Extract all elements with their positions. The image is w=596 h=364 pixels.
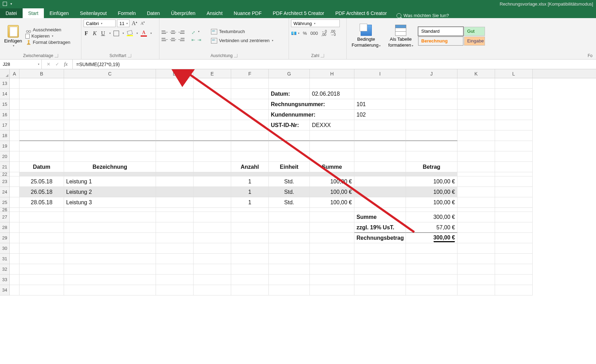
- cell[interactable]: 300,00 €: [406, 233, 457, 243]
- cell[interactable]: [156, 187, 194, 197]
- cell[interactable]: [194, 243, 231, 254]
- row-header-15[interactable]: 15: [0, 99, 10, 110]
- cell[interactable]: [64, 254, 156, 264]
- cell[interactable]: [19, 208, 64, 212]
- cell[interactable]: [495, 275, 533, 285]
- cell[interactable]: [10, 212, 19, 222]
- cell[interactable]: Datum: [19, 162, 64, 172]
- cell[interactable]: [310, 222, 354, 233]
- row-header-24[interactable]: 24: [0, 187, 10, 197]
- cell[interactable]: [457, 151, 495, 162]
- cell[interactable]: [194, 120, 231, 130]
- cell[interactable]: [406, 254, 457, 264]
- cell[interactable]: [310, 172, 354, 176]
- cell[interactable]: [495, 172, 533, 176]
- cell[interactable]: [269, 222, 310, 233]
- cell[interactable]: [10, 222, 19, 233]
- cell[interactable]: [64, 120, 156, 130]
- cell[interactable]: [231, 130, 269, 141]
- cell[interactable]: [10, 99, 19, 110]
- row-header-32[interactable]: 32: [0, 264, 10, 275]
- cell[interactable]: [354, 130, 406, 141]
- cell[interactable]: [310, 285, 354, 295]
- cut-button[interactable]: Ausschneiden: [26, 27, 70, 32]
- cell[interactable]: [495, 78, 533, 89]
- cell[interactable]: Einheit: [269, 162, 310, 172]
- cell[interactable]: [194, 172, 231, 176]
- row-header-34[interactable]: 34: [0, 285, 10, 295]
- cell[interactable]: [354, 172, 406, 176]
- cell[interactable]: [269, 78, 310, 89]
- cell[interactable]: [231, 151, 269, 162]
- cell[interactable]: [10, 208, 19, 212]
- cell[interactable]: [495, 89, 533, 99]
- style-gut[interactable]: Gut: [464, 27, 485, 36]
- cell[interactable]: [156, 151, 194, 162]
- comma-format-button[interactable]: 000: [311, 31, 318, 36]
- font-color-button[interactable]: A: [141, 30, 147, 37]
- cell[interactable]: [156, 162, 194, 172]
- cell[interactable]: [10, 172, 19, 176]
- cell[interactable]: [10, 151, 19, 162]
- cell[interactable]: [310, 233, 354, 243]
- percent-format-button[interactable]: %: [303, 31, 307, 36]
- cell[interactable]: [19, 243, 64, 254]
- col-header-F[interactable]: F: [231, 69, 269, 78]
- dialog-launcher-icon[interactable]: [321, 54, 324, 57]
- cell[interactable]: [269, 243, 310, 254]
- cell[interactable]: [495, 233, 533, 243]
- cell[interactable]: [354, 141, 406, 151]
- cell[interactable]: [495, 264, 533, 275]
- cell[interactable]: [156, 264, 194, 275]
- cell[interactable]: [19, 222, 64, 233]
- cell[interactable]: [406, 285, 457, 295]
- cell[interactable]: [194, 110, 231, 120]
- cell[interactable]: [19, 130, 64, 141]
- cell[interactable]: [231, 141, 269, 151]
- cell[interactable]: [156, 141, 194, 151]
- tab-ansicht[interactable]: Ansicht: [201, 8, 228, 18]
- cell[interactable]: [495, 141, 533, 151]
- dialog-launcher-icon[interactable]: [234, 54, 237, 57]
- cell[interactable]: [10, 120, 19, 130]
- dialog-launcher-icon[interactable]: [128, 54, 131, 57]
- cell[interactable]: [457, 197, 495, 208]
- cell[interactable]: [19, 212, 64, 222]
- cell[interactable]: [457, 89, 495, 99]
- cell[interactable]: [10, 275, 19, 285]
- cell[interactable]: [495, 243, 533, 254]
- cell[interactable]: [10, 162, 19, 172]
- cell[interactable]: [269, 141, 310, 151]
- cell[interactable]: [194, 264, 231, 275]
- col-header-I[interactable]: I: [354, 69, 406, 78]
- cell[interactable]: [231, 212, 269, 222]
- cell[interactable]: [457, 243, 495, 254]
- cell[interactable]: [156, 197, 194, 208]
- cell[interactable]: [194, 130, 231, 141]
- cell[interactable]: [354, 151, 406, 162]
- cell[interactable]: [19, 275, 64, 285]
- cell[interactable]: [156, 78, 194, 89]
- cell[interactable]: [457, 264, 495, 275]
- cell[interactable]: 26.05.18: [19, 187, 64, 197]
- cell[interactable]: [495, 222, 533, 233]
- cell[interactable]: [194, 151, 231, 162]
- row-header-23[interactable]: 23: [0, 176, 10, 187]
- cell[interactable]: [269, 275, 310, 285]
- cell[interactable]: 02.06.2018: [310, 89, 354, 99]
- cell[interactable]: [406, 130, 457, 141]
- style-eingabe[interactable]: Eingabe: [464, 37, 485, 46]
- cell[interactable]: Std.: [269, 187, 310, 197]
- cell[interactable]: [310, 110, 354, 120]
- col-header-C[interactable]: C: [64, 69, 156, 78]
- cell[interactable]: [64, 285, 156, 295]
- spreadsheet-grid[interactable]: A B C D E F G H I J K L 1314Datum:02.06.…: [0, 69, 596, 295]
- cell[interactable]: [64, 78, 156, 89]
- fx-icon[interactable]: fx: [64, 62, 68, 67]
- cell[interactable]: [457, 110, 495, 120]
- style-standard[interactable]: Standard: [418, 27, 463, 36]
- cell[interactable]: 1: [231, 197, 269, 208]
- cell[interactable]: [406, 172, 457, 176]
- cell[interactable]: [457, 187, 495, 197]
- tab-seitenlayout[interactable]: Seitenlayout: [74, 8, 112, 18]
